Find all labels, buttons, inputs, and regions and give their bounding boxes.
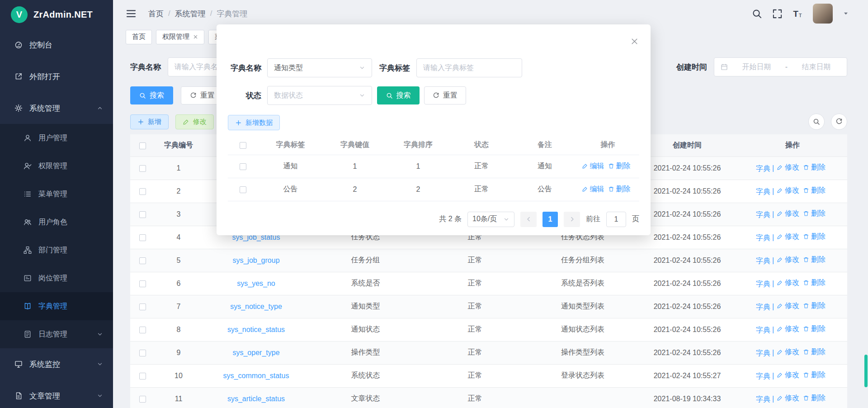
sidebar-item[interactable]: 控制台 [0, 29, 113, 61]
row-checkbox[interactable] [139, 350, 146, 356]
delete-link[interactable]: 删除 [803, 324, 826, 334]
delete-link[interactable]: 删除 [803, 370, 826, 380]
row-checkbox[interactable] [139, 257, 146, 264]
hamburger-icon[interactable] [126, 8, 137, 19]
modal-dict-name-select[interactable]: 通知类型 [267, 58, 372, 77]
dict-data-link[interactable]: 字典 [756, 210, 770, 218]
edit-link[interactable]: 修改 [777, 209, 799, 218]
edit-button[interactable]: 修改 [175, 114, 214, 129]
dict-type-link[interactable]: sys_oper_type [232, 349, 279, 356]
fullscreen-icon[interactable] [772, 9, 783, 19]
dict-data-link[interactable]: 字典 [756, 187, 770, 195]
row-checkbox[interactable] [139, 280, 146, 287]
add-button[interactable]: 新增 [130, 114, 169, 129]
dict-type-link[interactable]: sys_article_status [227, 395, 285, 403]
caret-down-icon[interactable] [843, 10, 849, 17]
edit-link[interactable]: 修改 [777, 186, 799, 195]
sidebar-item[interactable]: 系统管理 [0, 92, 113, 124]
close-icon[interactable] [631, 38, 638, 45]
dict-data-link[interactable]: 字典 [756, 256, 770, 264]
modal-status-select[interactable]: 数据状态 [267, 86, 372, 105]
dict-type-link[interactable]: sys_common_status [223, 372, 289, 380]
delete-link[interactable]: 删除 [803, 394, 826, 403]
delete-link[interactable]: 删除 [803, 186, 826, 195]
dict-data-link[interactable]: 字典 [756, 233, 770, 241]
dict-data-link[interactable]: 字典 [756, 303, 770, 310]
delete-link[interactable]: 删除 [803, 347, 826, 357]
refresh-button[interactable] [831, 114, 847, 130]
delete-link[interactable]: 删除 [803, 255, 826, 265]
edit-link[interactable]: 修改 [777, 255, 799, 265]
modal-reset-button[interactable]: 重置 [424, 86, 466, 104]
next-page-button[interactable] [564, 212, 580, 227]
row-checkbox[interactable] [139, 165, 146, 172]
sidebar-item[interactable]: 日志管理 [0, 320, 113, 348]
dict-type-link[interactable]: sys_yes_no [237, 280, 275, 287]
breadcrumb-item[interactable]: 首页 [148, 9, 164, 19]
sidebar-item[interactable]: 文章管理 [0, 380, 113, 408]
row-checkbox[interactable] [139, 396, 146, 403]
tab-close-icon[interactable] [193, 34, 198, 39]
add-data-button[interactable]: 新增数据 [228, 115, 280, 130]
prev-page-button[interactable] [520, 212, 537, 227]
sidebar-item[interactable]: 岗位管理 [0, 264, 113, 292]
edit-link[interactable]: 修改 [777, 301, 799, 311]
dict-data-link[interactable]: 字典 [756, 372, 770, 380]
sidebar-item[interactable]: 字典管理 [0, 292, 113, 320]
row-checkbox[interactable] [139, 373, 146, 380]
delete-link[interactable]: 删除 [608, 185, 631, 194]
edit-link[interactable]: 修改 [777, 370, 799, 380]
delete-link[interactable]: 删除 [803, 232, 826, 242]
dict-data-link[interactable]: 字典 [756, 280, 770, 287]
modal-select-all-checkbox[interactable] [240, 142, 246, 149]
delete-link[interactable]: 删除 [803, 163, 826, 172]
row-checkbox[interactable] [240, 163, 246, 170]
modal-dict-label-input[interactable]: 请输入字典标签 [416, 58, 522, 77]
toggle-search-button[interactable] [808, 114, 825, 130]
row-checkbox[interactable] [139, 234, 146, 241]
edit-link[interactable]: 编辑 [582, 185, 604, 194]
dict-type-link[interactable]: sys_notice_type [230, 303, 282, 310]
delete-link[interactable]: 删除 [803, 209, 826, 218]
edit-link[interactable]: 修改 [777, 324, 799, 334]
select-all-checkbox[interactable] [139, 142, 146, 149]
dict-data-link[interactable]: 字典 [756, 326, 770, 333]
tab[interactable]: 首页 [126, 30, 152, 44]
row-checkbox[interactable] [139, 304, 146, 310]
page-size-select[interactable]: 10条/页 [467, 212, 514, 227]
edit-link[interactable]: 修改 [777, 394, 799, 403]
font-size-icon[interactable]: TT [793, 9, 803, 19]
sidebar-item[interactable]: 权限管理 [0, 152, 113, 180]
breadcrumb-item[interactable]: 系统管理 [175, 9, 206, 19]
scrollbar-thumb[interactable] [864, 355, 868, 387]
modal-search-button[interactable]: 搜索 [377, 86, 420, 104]
sidebar-item[interactable]: 用户管理 [0, 124, 113, 152]
avatar[interactable] [813, 4, 833, 24]
search-icon[interactable] [752, 9, 762, 19]
delete-link[interactable]: 删除 [803, 278, 826, 288]
edit-link[interactable]: 修改 [777, 163, 799, 172]
row-checkbox[interactable] [240, 186, 246, 193]
sidebar-item[interactable]: 外部打开 [0, 61, 113, 92]
goto-page-input[interactable]: 1 [606, 212, 626, 227]
edit-link[interactable]: 修改 [777, 278, 799, 288]
dict-type-link[interactable]: sys_job_group [232, 256, 279, 264]
page-scrollbar[interactable] [864, 0, 868, 408]
row-checkbox[interactable] [139, 188, 146, 195]
date-range-picker[interactable]: 开始日期 - 结束日期 [714, 57, 847, 76]
sidebar-item[interactable]: 部门管理 [0, 236, 113, 264]
dict-data-link[interactable]: 字典 [756, 349, 770, 356]
page-number-button[interactable]: 1 [542, 212, 558, 227]
row-checkbox[interactable] [139, 211, 146, 218]
sidebar-item[interactable]: 用户角色 [0, 208, 113, 236]
edit-link[interactable]: 编辑 [582, 161, 604, 171]
delete-link[interactable]: 删除 [803, 301, 826, 311]
row-checkbox[interactable] [139, 327, 146, 333]
dict-data-link[interactable]: 字典 [756, 164, 770, 172]
edit-link[interactable]: 修改 [777, 347, 799, 357]
dict-type-link[interactable]: sys_notice_status [227, 326, 285, 333]
search-button[interactable]: 搜索 [130, 86, 173, 104]
sidebar-item[interactable]: 系统监控 [0, 348, 113, 380]
edit-link[interactable]: 修改 [777, 232, 799, 242]
delete-link[interactable]: 删除 [608, 161, 631, 171]
